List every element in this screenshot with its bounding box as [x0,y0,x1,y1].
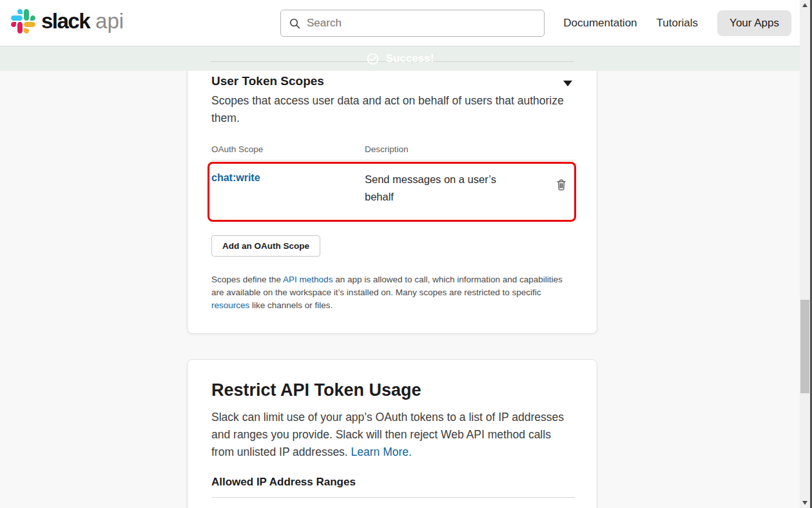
scroll-down-button[interactable] [800,498,810,508]
chevron-down-icon[interactable] [563,81,572,86]
logo-brand-text: slack [41,9,90,34]
add-oauth-scope-button[interactable]: Add an OAuth Scope [211,235,320,257]
scopes-footnote: Scopes define the API methods an app is … [211,273,572,312]
scope-chat-write-link[interactable]: chat:write [211,172,260,184]
slack-api-logo[interactable]: slack api [11,9,124,34]
nav-tutorials[interactable]: Tutorials [657,17,699,30]
logo-suffix-text: api [95,9,124,34]
restrict-api-token-usage-card: Restrict API Token Usage Slack can limit… [187,359,597,508]
nav-your-apps[interactable]: Your Apps [717,10,791,36]
allowed-ip-ranges-heading: Allowed IP Address Ranges [211,476,356,489]
footnote-text: like channels or files. [249,300,333,310]
search-box[interactable] [280,10,545,37]
vertical-scrollbar[interactable] [800,0,810,508]
arrow-down-icon [802,501,807,505]
top-navbar: slack api Documentation Tutorials Your A… [0,0,812,46]
header-nav: Documentation Tutorials Your Apps [563,0,791,46]
search-icon [289,17,301,30]
user-token-scopes-description: Scopes that access user data and act on … [211,92,570,127]
resources-link[interactable]: resources [211,300,249,310]
ip-ranges-divider [211,497,575,498]
toast-message: Success! [386,52,434,65]
learn-more-link[interactable]: Learn More. [351,445,412,458]
user-token-scopes-title: User Token Scopes [211,74,324,88]
api-methods-link[interactable]: API methods [283,275,333,284]
table-divider [211,160,575,161]
nav-documentation[interactable]: Documentation [563,17,637,30]
check-circle-icon [366,52,380,66]
scroll-up-button[interactable] [800,0,810,10]
scope-description-cell: Send messages on a user’s behalf [365,171,510,206]
column-header-oauth-scope: OAuth Scope [211,144,263,154]
trash-icon[interactable] [555,178,568,191]
arrow-up-icon [802,3,807,7]
slack-pinwheel-icon [11,9,35,34]
footnote-text: Scopes define the [211,275,283,284]
restrict-api-token-usage-title: Restrict API Token Usage [211,380,421,400]
column-header-description: Description [365,144,409,154]
slack-api-page: slack api Documentation Tutorials Your A… [0,0,812,508]
search-input[interactable] [307,17,536,30]
success-toast: Success! [0,46,800,71]
user-token-scopes-card: User Token Scopes Scopes that access use… [187,71,597,334]
restrict-api-body: Slack can limit use of your app’s OAuth … [211,409,571,461]
scrollbar-thumb[interactable] [800,300,809,393]
